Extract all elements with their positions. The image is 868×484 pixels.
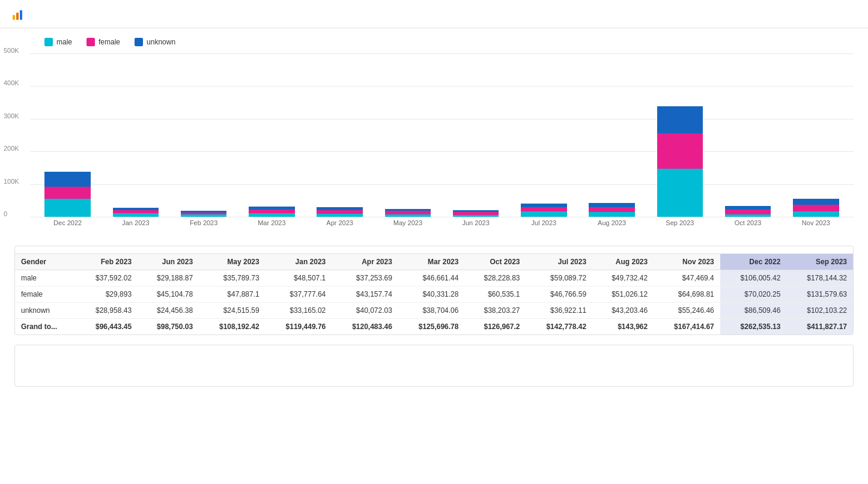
grid-label: 400K <box>4 79 19 86</box>
table-row: female$29,893$45,104.78$47,887.1$37,777.… <box>15 286 853 303</box>
table-cell-value: $64,698.81 <box>654 286 720 303</box>
x-axis-label: Oct 2023 <box>715 219 781 234</box>
date-header <box>15 246 853 254</box>
bar-segment-female <box>521 207 566 211</box>
bar-group <box>783 53 849 217</box>
table-cell-gender: female <box>15 286 76 303</box>
bar-segment-male <box>113 213 159 217</box>
bar-segment-male <box>249 213 294 217</box>
main-content: malefemaleunknown 0100K200K300K400K500K … <box>0 28 868 396</box>
table-cell-value: $86,509.46 <box>720 303 787 319</box>
table-row: Grand to...$96,443.45$98,750.03$108,192.… <box>15 319 853 335</box>
table-cell-value: $108,192.42 <box>199 319 266 335</box>
chart-inner: 0100K200K300K400K500K Dec 2022Jan 2023Fe… <box>30 53 854 234</box>
table-column-header: Jan 2023 <box>266 254 332 270</box>
bar-segment-female <box>657 133 703 169</box>
data-table: GenderFeb 2023Jun 2023May 2023Jan 2023Ap… <box>15 254 853 334</box>
svg-rect-2 <box>20 10 22 20</box>
bar-group <box>35 53 100 217</box>
table-cell-value: $28,228.83 <box>464 270 526 286</box>
x-axis-label: Dec 2022 <box>35 219 100 234</box>
grid-label: 500K <box>4 47 19 54</box>
x-axis-label: Aug 2023 <box>579 219 645 234</box>
table-cell-value: $51,026.12 <box>592 286 654 303</box>
grid-label: 0 <box>4 210 7 217</box>
table-cell-value: $46,661.44 <box>398 270 465 286</box>
bar-group <box>103 53 168 217</box>
table-cell-value: $60,535.1 <box>464 286 526 303</box>
bars-container <box>30 53 854 217</box>
page-header <box>0 0 868 28</box>
data-table-section: GenderFeb 2023Jun 2023May 2023Jan 2023Ap… <box>14 246 854 335</box>
bar-segment-female <box>44 187 90 199</box>
table-column-header: Feb 2023 <box>76 254 138 270</box>
bar-segment-female <box>793 205 839 212</box>
table-cell-value: $36,922.11 <box>526 303 593 319</box>
svg-rect-1 <box>16 13 19 20</box>
table-cell-gender: male <box>15 270 76 286</box>
brand-label <box>12 10 856 20</box>
legend-item: male <box>44 38 72 46</box>
legend-color <box>86 38 95 46</box>
bar-stack <box>793 162 839 217</box>
table-cell-value: $37,592.02 <box>76 270 138 286</box>
bar-segment-unknown <box>589 203 634 207</box>
x-axis-label: Sep 2023 <box>647 219 712 234</box>
table-cell-value: $119,449.76 <box>266 319 332 335</box>
table-cell-value: $24,456.38 <box>138 303 199 319</box>
table-column-header: Mar 2023 <box>398 254 465 270</box>
table-cell-value: $106,005.42 <box>720 270 787 286</box>
bar-group <box>443 53 509 217</box>
legend-color <box>44 38 53 46</box>
bar-stack <box>725 175 771 217</box>
table-cell-value: $96,443.45 <box>76 319 138 335</box>
bar-segment-male <box>453 215 499 217</box>
table-cell-value: $40,331.28 <box>398 286 465 303</box>
bar-group <box>375 53 440 217</box>
table-cell-value: $45,104.78 <box>138 286 199 303</box>
table-cell-value: $142,778.42 <box>526 319 593 335</box>
legend-item: female <box>86 38 120 46</box>
table-column-header: Gender <box>15 254 76 270</box>
bar-group <box>511 53 577 217</box>
table-row: unknown$28,958.43$24,456.38$24,515.59$33… <box>15 303 853 319</box>
table-cell-value: $262,535.13 <box>720 319 787 335</box>
table-column-header: Oct 2023 <box>464 254 526 270</box>
table-cell-value: $98,750.03 <box>138 319 199 335</box>
comments-section <box>14 345 854 387</box>
chart-container: malefemaleunknown 0100K200K300K400K500K … <box>14 38 854 234</box>
bar-segment-unknown <box>44 172 90 187</box>
table-cell-value: $38,203.27 <box>464 303 526 319</box>
grid-label: 300K <box>4 112 19 119</box>
bar-group <box>647 53 712 217</box>
table-cell-value: $102,103.22 <box>786 303 853 319</box>
bar-group <box>239 53 305 217</box>
table-column-header: Dec 2022 <box>720 254 787 270</box>
x-axis-label: Nov 2023 <box>783 219 849 234</box>
bar-segment-male <box>317 214 362 217</box>
bar-stack <box>385 181 431 217</box>
table-cell-value: $40,072.03 <box>332 303 398 319</box>
grid-line: 0 <box>30 217 854 217</box>
svg-rect-0 <box>13 15 15 20</box>
table-cell-value: $47,887.1 <box>199 286 266 303</box>
table-cell-value: $37,253.69 <box>332 270 398 286</box>
bar-group <box>579 53 645 217</box>
bar-segment-unknown <box>657 106 703 134</box>
bar-stack <box>317 177 362 217</box>
table-cell-value: $178,144.32 <box>786 270 853 286</box>
table-cell-value: $28,958.43 <box>76 303 138 319</box>
bar-segment-male <box>589 212 634 217</box>
grid-label: 100K <box>4 178 19 185</box>
table-cell-gender: unknown <box>15 303 76 319</box>
table-column-header: Nov 2023 <box>654 254 720 270</box>
table-body: male$37,592.02$29,188.87$35,789.73$48,50… <box>15 270 853 335</box>
table-cell-value: $43,157.74 <box>332 286 398 303</box>
table-row: male$37,592.02$29,188.87$35,789.73$48,50… <box>15 270 853 286</box>
table-cell-value: $47,469.4 <box>654 270 720 286</box>
table-cell-value: $49,732.42 <box>592 270 654 286</box>
table-cell-value: $33,165.02 <box>266 303 332 319</box>
bar-stack <box>589 170 634 217</box>
x-axis-label: Apr 2023 <box>307 219 372 234</box>
bar-segment-female <box>725 210 771 214</box>
